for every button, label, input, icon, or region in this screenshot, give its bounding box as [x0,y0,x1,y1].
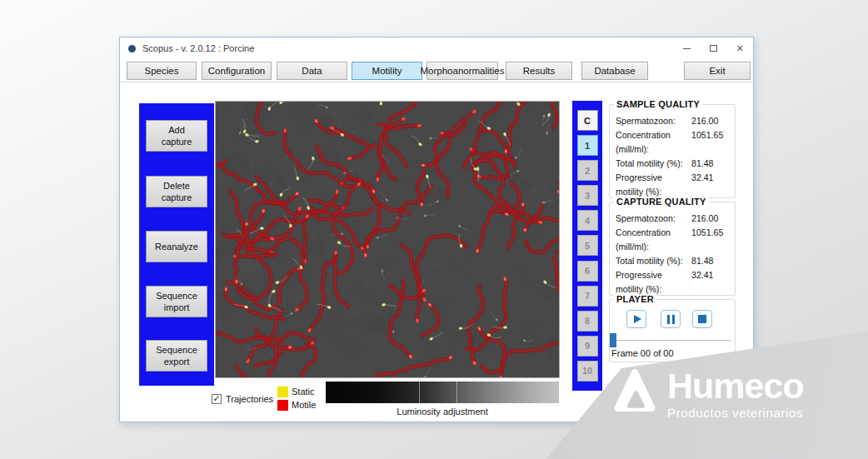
motile-label: Motile [292,400,316,410]
pause-icon [667,315,675,324]
close-icon: ✕ [736,44,743,53]
luminosity-slider[interactable] [326,382,559,403]
play-icon [634,315,641,323]
capture-actions-panel: Add capture Delete capture Reanalyze Seq… [139,103,214,386]
pause-button[interactable] [661,310,681,328]
capture-selector-panel: C 1 2 3 4 5 6 7 8 9 10 [572,101,602,391]
static-label: Static [292,387,315,397]
microscopy-viewport [215,101,560,378]
frame-slider-handle[interactable] [610,333,616,347]
add-capture-button[interactable]: Add capture [146,120,207,152]
play-button[interactable] [626,310,646,328]
capture-button-8[interactable]: 8 [577,311,598,332]
tab-morphoanormalities[interactable]: Morphoanormalities [427,62,498,80]
stat-row: Spermatozoon:216.00 [616,114,730,128]
tab-database[interactable]: Database [581,62,648,80]
capture-button-9[interactable]: 9 [577,336,598,357]
stat-label: Total motility (%): [616,157,691,171]
delete-capture-button[interactable]: Delete capture [146,176,207,207]
maximize-button[interactable] [700,37,726,59]
motile-color-swatch [277,400,288,411]
frame-counter: Frame 00 of 00 [611,348,674,358]
stat-row: Total motility (%):81.48 [616,254,730,268]
tab-bar: Species Configuration Data Motility Morp… [120,62,753,80]
close-button[interactable]: ✕ [726,37,753,59]
color-legend: Static Motile [277,385,316,412]
stat-value: 1051.65 [691,128,730,157]
app-icon [128,45,136,52]
stat-label: Progressive motility (%): [616,171,691,199]
brand-tagline: Productos veterinarios [667,406,804,421]
tab-exit[interactable]: Exit [684,62,751,80]
reanalyze-button[interactable]: Reanalyze [146,231,207,262]
trajectories-toggle[interactable]: ✓ Trajectories [212,394,273,404]
stat-value: 32.41 [691,268,730,297]
stat-row: Progressive motility (%):32.41 [616,268,730,297]
stat-value: 81.48 [691,157,730,171]
stat-row: Total motility (%):81.48 [616,157,730,171]
window-title: Scopus - v. 2.0.12 : Porcine [142,43,254,53]
sequence-export-button[interactable]: Sequence export [146,340,207,372]
capture-button-6[interactable]: 6 [577,261,598,282]
sequence-import-button[interactable]: Sequence import [146,286,207,317]
stat-label: Spermatozoon: [616,212,691,226]
capture-button-1[interactable]: 1 [577,135,598,156]
minimize-button[interactable] [673,37,700,59]
capture-button-10[interactable]: 10 [577,361,598,382]
player-title: PLAYER [614,294,656,304]
capture-button-5[interactable]: 5 [577,235,598,256]
maximize-icon [710,45,717,52]
capture-button-c[interactable]: C [577,110,598,131]
tab-configuration[interactable]: Configuration [202,62,272,80]
frame-slider-track[interactable] [616,340,731,341]
stat-label: Concentration (mill/ml): [616,128,691,157]
tab-data[interactable]: Data [277,62,347,80]
tabs-divider [120,82,753,82]
stat-value: 81.48 [691,254,730,268]
stat-label: Total motility (%): [616,254,691,268]
tab-species[interactable]: Species [127,62,197,80]
checkmark-icon: ✓ [212,394,220,403]
tab-motility[interactable]: Motility [352,62,422,80]
stat-row: Progressive motility (%):32.41 [616,171,730,199]
stat-label: Concentration (mill/ml): [616,226,691,254]
luminosity-marker-high[interactable] [456,382,457,403]
stat-value: 216.00 [691,114,730,128]
capture-button-7[interactable]: 7 [577,286,598,307]
brand-name: Humeco [667,367,804,405]
title-bar: Scopus - v. 2.0.12 : Porcine ✕ [120,37,753,59]
stat-label: Spermatozoon: [616,114,691,128]
capture-quality-title: CAPTURE QUALITY [614,197,709,207]
stat-row: Concentration (mill/ml):1051.65 [616,128,730,157]
trajectories-label: Trajectories [226,394,273,404]
minimize-icon [683,48,691,49]
stat-value: 32.41 [691,171,730,199]
stat-row: Spermatozoon:216.00 [616,212,730,226]
humeco-triangle-icon [613,367,656,412]
static-color-swatch [277,387,288,397]
player-panel: PLAYER Frame 00 of 00 [609,299,736,362]
capture-button-4[interactable]: 4 [577,210,598,231]
brand-logo: Humeco Productos veterinarios [613,367,804,421]
tab-results[interactable]: Results [506,62,572,80]
capture-button-3[interactable]: 3 [577,185,598,206]
microscopy-image [216,102,559,377]
sample-quality-title: SAMPLE QUALITY [614,99,702,109]
stat-value: 1051.65 [691,226,730,254]
luminosity-label: Luminosity adjustment [326,407,559,417]
capture-button-2[interactable]: 2 [577,160,598,181]
stop-button[interactable] [692,310,712,328]
luminosity-marker-low[interactable] [419,382,420,403]
sample-quality-panel: SAMPLE QUALITY Spermatozoon:216.00 Conce… [609,104,736,198]
stop-icon [698,315,706,323]
stat-label: Progressive motility (%): [616,268,691,297]
capture-quality-panel: CAPTURE QUALITY Spermatozoon:216.00 Conc… [609,202,736,296]
trajectories-checkbox[interactable]: ✓ [212,394,222,404]
stat-value: 216.00 [691,212,730,226]
stat-row: Concentration (mill/ml):1051.65 [616,226,730,254]
